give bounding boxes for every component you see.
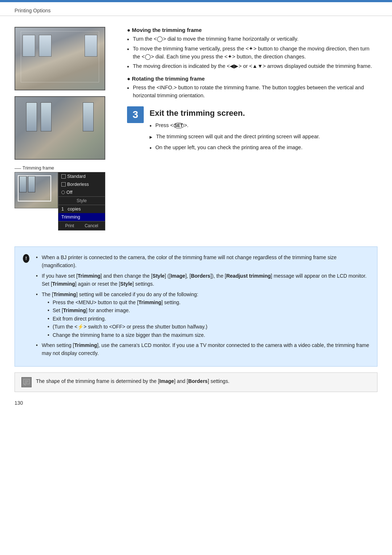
- note-bullets: When a BJ printer is connected to the ca…: [36, 253, 369, 358]
- menu-bottom-bar: Print Cancel: [58, 221, 105, 230]
- svg-rect-3: [25, 381, 28, 382]
- menu-label-off: Off: [66, 190, 72, 195]
- window-6: [83, 102, 94, 131]
- menu-item-borderless: Borderless: [58, 180, 105, 188]
- note-sub-5: Change the trimming frame to a size bigg…: [48, 331, 369, 339]
- page-number: 130: [0, 396, 392, 413]
- step-title: Exit the trimming screen.: [150, 109, 377, 118]
- breadcrumb: Printing Options: [15, 8, 51, 13]
- step-arrow-1: The trimming screen will quit and the di…: [150, 133, 377, 141]
- menu-item-copies: 1 copies: [58, 205, 105, 213]
- menu-item-off: Off: [58, 188, 105, 196]
- note-caution-icon: !: [23, 254, 29, 263]
- moving-bullet-2: To move the trimming frame vertically, p…: [127, 45, 377, 61]
- image-with-menu: Trimming frame Standard Borderless: [15, 166, 105, 230]
- menu-item-style: Style: [58, 197, 105, 205]
- image-room-landscape: [15, 27, 105, 90]
- trimming-label-row: Trimming frame: [15, 166, 105, 171]
- moving-bullets: Turn the <◯> dial to move the trimming f…: [127, 35, 377, 70]
- menu-cancel-label: Cancel: [85, 223, 98, 228]
- camera-menu-panel: Standard Borderless Off Style: [58, 172, 105, 230]
- note-svg-icon: [23, 379, 30, 385]
- step-3-section: 3 Exit the trimming screen. Press <SET>.…: [127, 106, 377, 155]
- trim-frame-overlay: [18, 175, 51, 201]
- note-sub-1: Press the <MENU> button to quit the [Tri…: [48, 298, 369, 306]
- menu-label-trimming: Trimming: [61, 215, 80, 220]
- note-bullet-1: When a BJ printer is connected to the ca…: [36, 253, 369, 270]
- image-room-2: [15, 96, 105, 160]
- menu-label-copies: 1 copies: [61, 207, 81, 212]
- off-icon: [61, 191, 65, 194]
- menu-item-trimming: Trimming: [58, 213, 105, 221]
- image-menu-container: Standard Borderless Off Style: [15, 172, 105, 230]
- main-content: Trimming frame Standard Borderless: [0, 16, 392, 238]
- step-arrow-bullets: The trimming screen will quit and the di…: [150, 133, 377, 141]
- window-2: [39, 35, 52, 57]
- menu-label-borderless: Borderless: [67, 182, 89, 187]
- note-sub-bullets: Press the <MENU> button to quit the [Tri…: [42, 298, 369, 339]
- step-round-bullets: On the upper left, you can check the pri…: [150, 144, 377, 152]
- bullet-dot-moving: ●: [127, 27, 132, 33]
- rotating-bullet-1: Press the <INFO.> button to rotate the t…: [127, 84, 377, 100]
- note-sub-2: Set [Trimming] for another image.: [48, 306, 369, 314]
- right-column: ● Moving the trimming frame Turn the <◯>…: [127, 27, 377, 230]
- section-moving-heading: ● Moving the trimming frame: [127, 27, 377, 33]
- section-rotating-heading: ● Rotating the trimming frame: [127, 76, 377, 82]
- moving-bullet-3: The moving direction is indicated by the…: [127, 62, 377, 70]
- note-content: When a BJ printer is connected to the ca…: [36, 253, 369, 360]
- photo-room-2: [15, 97, 105, 159]
- step-press-item: Press <SET>.: [150, 122, 377, 130]
- menu-print-label: Print: [65, 223, 74, 228]
- svg-rect-2: [25, 380, 28, 381]
- rotating-bullets: Press the <INFO.> button to rotate the t…: [127, 84, 377, 100]
- small-photo: [15, 172, 58, 208]
- step-round-1: On the upper left, you can check the pri…: [150, 144, 377, 152]
- trimming-frame-label: Trimming frame: [23, 166, 54, 171]
- standard-icon: [61, 174, 66, 179]
- borderless-icon: [61, 182, 66, 187]
- note-section: ! When a BJ printer is connected to the …: [15, 246, 377, 367]
- svg-rect-4: [25, 383, 27, 383]
- window-3: [85, 35, 97, 57]
- step-press-list: Press <SET>.: [150, 122, 377, 130]
- bullet-dot-rotating: ●: [127, 76, 132, 82]
- note-bullet-3: The [Trimming] setting will be canceled …: [36, 290, 369, 339]
- note-bullet-2: If you have set [Trimming] and then chan…: [36, 272, 369, 288]
- step-content: Exit the trimming screen. Press <SET>. T…: [150, 106, 377, 155]
- left-column: Trimming frame Standard Borderless: [15, 27, 116, 230]
- menu-item-standard: Standard: [58, 172, 105, 180]
- note-sub-4: (Turn the <⚡> switch to <OFF> or press t…: [48, 323, 369, 331]
- note-sub-3: Exit from direct printing.: [48, 315, 369, 323]
- window-5: [41, 102, 52, 131]
- moving-bullet-1: Turn the <◯> dial to move the trimming f…: [127, 35, 377, 43]
- window-1: [23, 35, 35, 57]
- step-number: 3: [127, 106, 144, 123]
- photo-room-1: [15, 28, 105, 90]
- menu-label-standard: Standard: [67, 174, 86, 179]
- header: Printing Options: [0, 2, 392, 16]
- trimming-line: [15, 168, 21, 169]
- menu-label-style: Style: [77, 198, 87, 203]
- window-4: [26, 102, 37, 131]
- info-text: The shape of the trimming frame is deter…: [36, 377, 229, 385]
- note-bullet-4: When setting [Trimming], use the camera'…: [36, 341, 369, 358]
- info-section: The shape of the trimming frame is deter…: [15, 372, 377, 392]
- info-icon: [21, 377, 32, 387]
